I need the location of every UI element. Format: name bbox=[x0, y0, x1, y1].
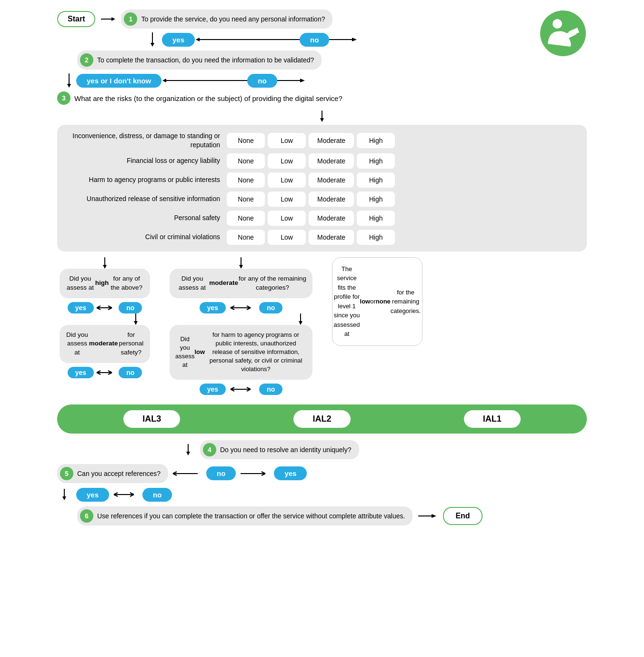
decision-section: Did you assess at high for any of the ab… bbox=[57, 257, 587, 395]
mod-rem-no-button[interactable]: no bbox=[259, 302, 282, 313]
moderate-ps-answers: yes no bbox=[68, 367, 142, 378]
svg-marker-17 bbox=[320, 118, 324, 122]
arrow-to-yes-1 bbox=[143, 32, 162, 47]
row-step-5: 5 Can you accept references? no yes bbox=[57, 464, 587, 483]
risk-low-5[interactable]: Low bbox=[268, 211, 306, 226]
moderate-personal-safety-node: Did you assess at moderate for personal … bbox=[60, 325, 150, 364]
risk-options-6: None Low Moderate High bbox=[227, 230, 395, 245]
mod-rem-yes-button[interactable]: yes bbox=[200, 302, 226, 313]
arrow-to-yes-or-dk bbox=[62, 73, 76, 88]
step-5-text: Can you accept references? bbox=[77, 470, 161, 477]
moderate-remaining-section: Did you assess at moderate for any of th… bbox=[160, 257, 322, 395]
no-button-5b[interactable]: no bbox=[142, 488, 172, 502]
high-check-node: Did you assess at high for any of the ab… bbox=[60, 269, 150, 298]
svg-marker-15 bbox=[300, 79, 305, 82]
identity-icon bbox=[539, 10, 587, 57]
ial-bar: IAL3 IAL2 IAL1 bbox=[57, 404, 587, 434]
row-start: Start 1 To provide the service, do you n… bbox=[57, 10, 587, 29]
arrow-to-end bbox=[418, 511, 437, 521]
risk-high-2[interactable]: High bbox=[357, 153, 395, 169]
risk-moderate-1[interactable]: Moderate bbox=[309, 133, 354, 148]
step-5-circle: 5 bbox=[60, 467, 73, 480]
step-3-circle: 3 bbox=[57, 91, 70, 105]
risk-moderate-6[interactable]: Moderate bbox=[309, 230, 354, 245]
svg-marker-5 bbox=[151, 43, 154, 47]
arrow-to-step4 bbox=[181, 444, 195, 455]
risk-none-2[interactable]: None bbox=[227, 153, 265, 169]
risk-moderate-2[interactable]: Moderate bbox=[309, 153, 354, 169]
svg-marker-62 bbox=[432, 514, 436, 518]
risk-high-1[interactable]: High bbox=[357, 133, 395, 148]
arrow-no-2-right bbox=[277, 73, 306, 88]
risk-moderate-5[interactable]: Moderate bbox=[309, 211, 354, 226]
end-node: End bbox=[443, 507, 482, 525]
step-6: 6 Use references if you can complete the… bbox=[77, 506, 413, 526]
arrow-mod-ps-yes-no bbox=[97, 368, 116, 377]
svg-marker-3 bbox=[111, 17, 115, 21]
svg-marker-13 bbox=[162, 79, 166, 82]
risk-none-6[interactable]: None bbox=[227, 230, 265, 245]
moderate-remaining-answers: yes no bbox=[200, 302, 282, 313]
arrow-to-yes-step5-down bbox=[57, 489, 71, 500]
yes-button-5[interactable]: yes bbox=[274, 466, 307, 480]
risk-low-1[interactable]: Low bbox=[268, 133, 306, 148]
no-button-5[interactable]: no bbox=[206, 466, 236, 480]
high-check-answers: yes no bbox=[68, 302, 142, 313]
row-1-answers: yes no bbox=[143, 32, 587, 47]
risk-none-3[interactable]: None bbox=[227, 172, 265, 188]
risk-low-6[interactable]: Low bbox=[268, 230, 306, 245]
risk-high-4[interactable]: High bbox=[357, 192, 395, 207]
yes-button-1[interactable]: yes bbox=[162, 33, 195, 47]
risk-low-4[interactable]: Low bbox=[268, 192, 306, 207]
svg-marker-40 bbox=[299, 321, 302, 325]
low-no-button[interactable]: no bbox=[259, 384, 282, 395]
arrow-step4-to-no bbox=[173, 469, 201, 478]
step-1-circle: 1 bbox=[124, 12, 137, 26]
risk-low-2[interactable]: Low bbox=[268, 153, 306, 169]
risk-row-5: Personal safety None Low Moderate High bbox=[65, 211, 579, 226]
risk-moderate-4[interactable]: Moderate bbox=[309, 192, 354, 207]
step-2-text: To complete the transaction, do you need… bbox=[97, 56, 314, 64]
risk-label-2: Financial loss or agency liability bbox=[65, 156, 227, 165]
risk-none-4[interactable]: None bbox=[227, 192, 265, 207]
row-2-answers: yes or I don't know no bbox=[62, 73, 587, 88]
risk-high-6[interactable]: High bbox=[357, 230, 395, 245]
step-2-circle: 2 bbox=[80, 53, 93, 67]
risk-moderate-3[interactable]: Moderate bbox=[309, 172, 354, 188]
high-yes-button[interactable]: yes bbox=[68, 302, 94, 313]
step-4-text: Do you need to resolve an identity uniqu… bbox=[220, 446, 352, 454]
risk-low-3[interactable]: Low bbox=[268, 172, 306, 188]
svg-marker-9 bbox=[352, 38, 357, 41]
mod-ps-no-button[interactable]: no bbox=[119, 367, 142, 378]
risk-row-1: Inconvenience, distress, or damage to st… bbox=[65, 131, 579, 150]
ial2-node: IAL2 bbox=[293, 410, 350, 428]
risk-none-5[interactable]: None bbox=[227, 211, 265, 226]
low-yes-button[interactable]: yes bbox=[200, 384, 226, 395]
step-4: 4 Do you need to resolve an identity uni… bbox=[200, 440, 359, 459]
risk-row-4: Unauthorized release of sensitive inform… bbox=[65, 192, 579, 207]
risk-options-4: None Low Moderate High bbox=[227, 192, 395, 207]
step-6-circle: 6 bbox=[80, 509, 93, 523]
risk-none-1[interactable]: None bbox=[227, 133, 265, 148]
svg-point-1 bbox=[553, 19, 562, 29]
level1-desc-node: The service fits the profile for level 1… bbox=[332, 257, 423, 346]
step-2: 2 To complete the transaction, do you ne… bbox=[77, 51, 322, 70]
risk-high-3[interactable]: High bbox=[357, 172, 395, 188]
high-no-button[interactable]: no bbox=[119, 302, 142, 313]
risk-options-3: None Low Moderate High bbox=[227, 172, 395, 188]
yes-button-5b[interactable]: yes bbox=[76, 488, 109, 502]
arrow-5-yes-no bbox=[114, 490, 138, 499]
yes-or-dont-know-button[interactable]: yes or I don't know bbox=[76, 74, 161, 88]
no-button-2[interactable]: no bbox=[247, 74, 277, 88]
arrow-to-mod-remaining bbox=[234, 257, 248, 269]
arrow-start-to-step1 bbox=[101, 14, 115, 24]
risk-high-5[interactable]: High bbox=[357, 211, 395, 226]
svg-marker-11 bbox=[67, 84, 71, 88]
row-step-6: 6 Use references if you can complete the… bbox=[57, 506, 587, 526]
step-1: 1 To provide the service, do you need an… bbox=[121, 10, 332, 29]
no-button-1[interactable]: no bbox=[300, 33, 329, 47]
ial1-node: IAL1 bbox=[464, 410, 521, 428]
mod-ps-yes-button[interactable]: yes bbox=[68, 367, 94, 378]
step-5: 5 Can you accept references? bbox=[57, 464, 168, 483]
svg-marker-33 bbox=[239, 265, 243, 269]
